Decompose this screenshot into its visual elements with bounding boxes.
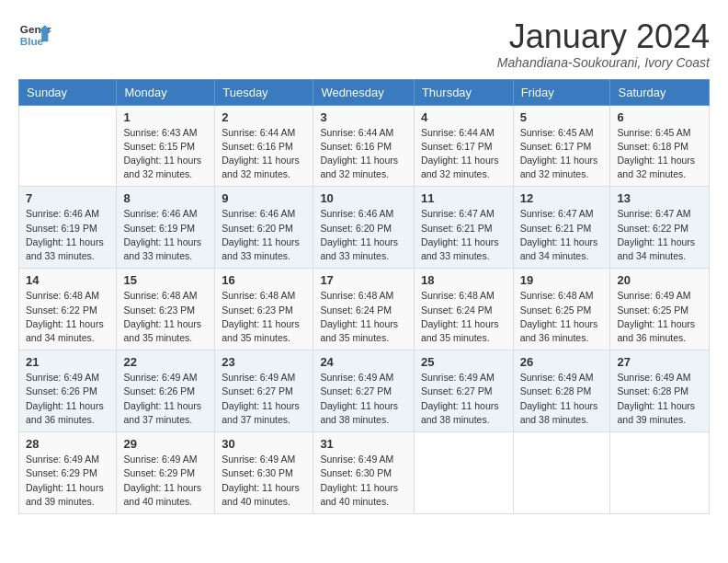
day-number: 31 [320,437,407,451]
day-number: 6 [617,110,702,124]
day-number: 20 [617,273,702,287]
day-info: Sunrise: 6:49 AMSunset: 6:29 PMDaylight:… [123,453,208,509]
day-number: 5 [520,110,604,124]
day-info: Sunrise: 6:49 AMSunset: 6:30 PMDaylight:… [222,453,306,509]
calendar-cell: 9Sunrise: 6:46 AMSunset: 6:20 PMDaylight… [215,187,313,269]
day-info: Sunrise: 6:43 AMSunset: 6:15 PMDaylight:… [123,126,208,182]
logo-icon: General Blue [18,18,51,52]
day-number: 17 [320,273,407,287]
day-number: 14 [26,273,109,287]
day-number: 23 [222,355,306,369]
calendar-cell: 12Sunrise: 6:47 AMSunset: 6:21 PMDayligh… [513,187,610,269]
day-info: Sunrise: 6:49 AMSunset: 6:28 PMDaylight:… [520,371,604,427]
day-number: 18 [421,273,506,287]
day-info: Sunrise: 6:46 AMSunset: 6:20 PMDaylight:… [320,207,407,263]
day-number: 30 [222,437,306,451]
month-title: January 2024 [497,18,710,55]
title-block: January 2024 Mahandiana-Soukourani, Ivor… [497,18,710,70]
day-info: Sunrise: 6:45 AMSunset: 6:17 PMDaylight:… [520,126,604,182]
calendar-week-row: 21Sunrise: 6:49 AMSunset: 6:26 PMDayligh… [19,350,710,432]
day-info: Sunrise: 6:44 AMSunset: 6:16 PMDaylight:… [320,126,407,182]
day-info: Sunrise: 6:47 AMSunset: 6:21 PMDaylight:… [520,207,604,263]
calendar-week-row: 7Sunrise: 6:46 AMSunset: 6:19 PMDaylight… [19,187,710,269]
calendar-cell: 3Sunrise: 6:44 AMSunset: 6:16 PMDaylight… [313,105,415,187]
day-info: Sunrise: 6:49 AMSunset: 6:25 PMDaylight:… [617,289,702,345]
calendar-cell [414,432,513,514]
day-of-week-header: Friday [513,79,610,105]
day-info: Sunrise: 6:48 AMSunset: 6:23 PMDaylight:… [123,289,208,345]
calendar-cell: 1Sunrise: 6:43 AMSunset: 6:15 PMDaylight… [117,105,215,187]
day-number: 9 [222,191,306,205]
svg-text:Blue: Blue [20,35,44,47]
calendar-table: SundayMondayTuesdayWednesdayThursdayFrid… [18,79,710,514]
calendar-cell: 13Sunrise: 6:47 AMSunset: 6:22 PMDayligh… [610,187,710,269]
day-info: Sunrise: 6:46 AMSunset: 6:20 PMDaylight:… [222,207,306,263]
day-info: Sunrise: 6:46 AMSunset: 6:19 PMDaylight:… [123,207,208,263]
calendar-cell: 23Sunrise: 6:49 AMSunset: 6:27 PMDayligh… [215,350,313,432]
day-info: Sunrise: 6:48 AMSunset: 6:24 PMDaylight:… [421,289,506,345]
day-number: 11 [421,191,506,205]
day-of-week-header: Sunday [19,79,117,105]
day-info: Sunrise: 6:48 AMSunset: 6:23 PMDaylight:… [222,289,306,345]
page-header: General Blue January 2024 Mahandiana-Sou… [18,18,710,70]
calendar-cell: 14Sunrise: 6:48 AMSunset: 6:22 PMDayligh… [19,269,117,350]
day-number: 29 [123,437,208,451]
day-number: 19 [520,273,604,287]
calendar-cell: 16Sunrise: 6:48 AMSunset: 6:23 PMDayligh… [215,269,313,350]
calendar-cell: 28Sunrise: 6:49 AMSunset: 6:29 PMDayligh… [19,432,117,514]
day-info: Sunrise: 6:49 AMSunset: 6:27 PMDaylight:… [421,371,506,427]
calendar-cell [513,432,610,514]
calendar-cell: 4Sunrise: 6:44 AMSunset: 6:17 PMDaylight… [414,105,513,187]
day-number: 15 [123,273,208,287]
day-info: Sunrise: 6:44 AMSunset: 6:17 PMDaylight:… [421,126,506,182]
day-number: 28 [26,437,109,451]
day-info: Sunrise: 6:49 AMSunset: 6:26 PMDaylight:… [123,371,208,427]
day-info: Sunrise: 6:49 AMSunset: 6:27 PMDaylight:… [222,371,306,427]
location-subtitle: Mahandiana-Soukourani, Ivory Coast [497,55,710,70]
day-info: Sunrise: 6:46 AMSunset: 6:19 PMDaylight:… [26,207,109,263]
day-info: Sunrise: 6:47 AMSunset: 6:21 PMDaylight:… [421,207,506,263]
calendar-cell: 6Sunrise: 6:45 AMSunset: 6:18 PMDaylight… [610,105,710,187]
day-number: 16 [222,273,306,287]
calendar-cell [19,105,117,187]
day-number: 1 [123,110,208,124]
calendar-cell [610,432,710,514]
calendar-cell: 24Sunrise: 6:49 AMSunset: 6:27 PMDayligh… [313,350,415,432]
calendar-header-row: SundayMondayTuesdayWednesdayThursdayFrid… [19,79,710,105]
day-number: 2 [222,110,306,124]
logo: General Blue [18,18,51,52]
day-number: 7 [26,191,109,205]
day-number: 8 [123,191,208,205]
day-number: 22 [123,355,208,369]
day-info: Sunrise: 6:48 AMSunset: 6:24 PMDaylight:… [320,289,407,345]
calendar-week-row: 1Sunrise: 6:43 AMSunset: 6:15 PMDaylight… [19,105,710,187]
calendar-cell: 30Sunrise: 6:49 AMSunset: 6:30 PMDayligh… [215,432,313,514]
calendar-week-row: 28Sunrise: 6:49 AMSunset: 6:29 PMDayligh… [19,432,710,514]
calendar-cell: 26Sunrise: 6:49 AMSunset: 6:28 PMDayligh… [513,350,610,432]
day-number: 12 [520,191,604,205]
day-number: 13 [617,191,702,205]
day-number: 26 [520,355,604,369]
calendar-cell: 22Sunrise: 6:49 AMSunset: 6:26 PMDayligh… [117,350,215,432]
day-of-week-header: Wednesday [313,79,415,105]
calendar-cell: 8Sunrise: 6:46 AMSunset: 6:19 PMDaylight… [117,187,215,269]
calendar-cell: 15Sunrise: 6:48 AMSunset: 6:23 PMDayligh… [117,269,215,350]
day-number: 4 [421,110,506,124]
day-number: 25 [421,355,506,369]
calendar-cell: 25Sunrise: 6:49 AMSunset: 6:27 PMDayligh… [414,350,513,432]
day-number: 21 [26,355,109,369]
calendar-cell: 27Sunrise: 6:49 AMSunset: 6:28 PMDayligh… [610,350,710,432]
calendar-cell: 19Sunrise: 6:48 AMSunset: 6:25 PMDayligh… [513,269,610,350]
day-info: Sunrise: 6:49 AMSunset: 6:30 PMDaylight:… [320,453,407,509]
calendar-cell: 31Sunrise: 6:49 AMSunset: 6:30 PMDayligh… [313,432,415,514]
day-info: Sunrise: 6:48 AMSunset: 6:22 PMDaylight:… [26,289,109,345]
calendar-cell: 2Sunrise: 6:44 AMSunset: 6:16 PMDaylight… [215,105,313,187]
calendar-cell: 18Sunrise: 6:48 AMSunset: 6:24 PMDayligh… [414,269,513,350]
calendar-cell: 21Sunrise: 6:49 AMSunset: 6:26 PMDayligh… [19,350,117,432]
day-of-week-header: Tuesday [215,79,313,105]
calendar-cell: 17Sunrise: 6:48 AMSunset: 6:24 PMDayligh… [313,269,415,350]
calendar-cell: 11Sunrise: 6:47 AMSunset: 6:21 PMDayligh… [414,187,513,269]
calendar-cell: 29Sunrise: 6:49 AMSunset: 6:29 PMDayligh… [117,432,215,514]
day-info: Sunrise: 6:44 AMSunset: 6:16 PMDaylight:… [222,126,306,182]
calendar-week-row: 14Sunrise: 6:48 AMSunset: 6:22 PMDayligh… [19,269,710,350]
